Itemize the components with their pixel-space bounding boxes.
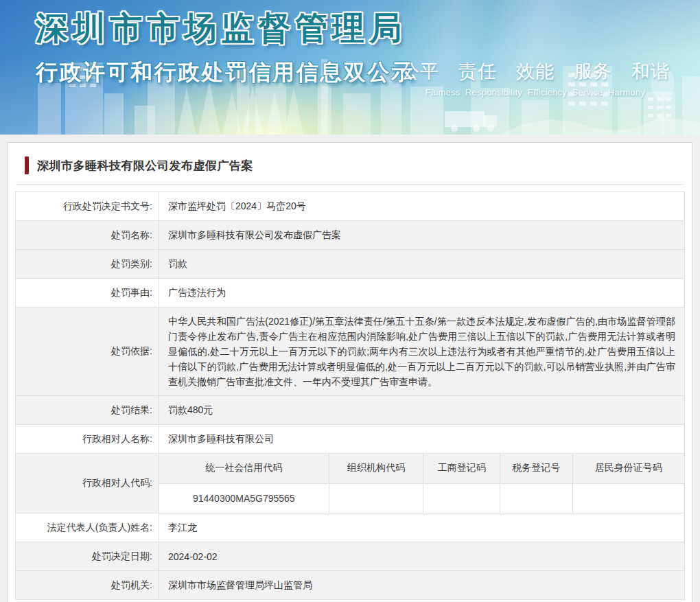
- row-label: 处罚决定日期:: [16, 542, 159, 571]
- codes-value: [423, 483, 500, 513]
- table-row: 行政相对人名称: 深圳市多睡科技有限公司: [16, 425, 685, 454]
- slogan-chinese: 公平 责任 效能 服务 和谐: [401, 59, 670, 84]
- table-row: 法定代表人(负责人)姓名: 李江龙: [16, 513, 685, 542]
- codes-col-header: 税务登记号: [500, 454, 572, 483]
- content-panel: 深圳市多睡科技有限公司发布虚假广告案 行政处罚决定书文号: 深市监坪处罚〔202…: [8, 142, 692, 602]
- table-row: 处罚名称: 深圳市多睡科技有限公司发布虚假广告案: [16, 221, 685, 250]
- row-value: 罚款: [159, 250, 685, 279]
- table-row: 处罚事由: 广告违法行为: [16, 279, 685, 308]
- table-row: 处罚决定日期: 2024-02-02: [16, 542, 685, 571]
- codes-header-row: 统一社会信用代码 组织机构代码 工商登记码 税务登记号 居民身份证号码: [159, 454, 684, 483]
- codes-value: [329, 483, 423, 513]
- penalty-info-table: 行政处罚决定书文号: 深市监坪处罚〔2024〕马峦20号 处罚名称: 深圳市多睡…: [15, 192, 685, 600]
- row-value: 李江龙: [159, 513, 685, 542]
- codes-value: [572, 483, 684, 513]
- row-value: 深圳市多睡科技有限公司: [159, 425, 685, 454]
- banner-slogan: 公平 责任 效能 服务 和谐 Faimess Responsibility Ef…: [401, 59, 670, 97]
- row-value: 2024-02-02: [159, 542, 685, 571]
- row-label: 处罚机关:: [16, 571, 159, 600]
- agency-title: 深圳市市场监督管理局: [36, 7, 406, 50]
- codes-col-header: 组织机构代码: [329, 454, 423, 483]
- codes-col-header: 统一社会信用代码: [159, 454, 329, 483]
- row-value: 中华人民共和国广告法(2021修正)/第五章法律责任/第五十五条/第一款违反本法…: [159, 308, 685, 396]
- codes-col-header: 居民身份证号码: [572, 454, 684, 483]
- table-row-codes: 行政相对人代码: 统一社会信用代码 组织机构代码 工商登记码 税务登记号: [16, 454, 685, 513]
- row-label: 处罚名称:: [16, 221, 159, 250]
- title-accent-bar: [25, 157, 29, 174]
- row-label: 处罚依据:: [16, 308, 159, 396]
- row-value: 深市监坪处罚〔2024〕马峦20号: [159, 192, 685, 221]
- row-label: 法定代表人(负责人)姓名:: [16, 513, 159, 542]
- codes-col-header: 工商登记码: [423, 454, 500, 483]
- codes-value: [500, 483, 572, 513]
- row-label: 处罚事由:: [16, 279, 159, 308]
- site-banner: 深圳市市场监督管理局 行政许可和行政处罚信用信息双公示 公平 责任 效能 服务 …: [0, 0, 700, 135]
- table-row: 处罚机关: 深圳市市场监督管理局坪山监管局: [16, 571, 685, 600]
- codes-cell: 统一社会信用代码 组织机构代码 工商登记码 税务登记号 居民身份证号码 9144…: [159, 454, 685, 513]
- row-label: 处罚类别:: [16, 250, 159, 279]
- row-label: 行政相对人代码:: [16, 454, 159, 513]
- table-row: 处罚结果: 罚款480元: [16, 396, 685, 425]
- slogan-english: Faimess Responsibility Efficiency Servic…: [401, 87, 670, 97]
- page-title: 深圳市多睡科技有限公司发布虚假广告案: [37, 158, 253, 174]
- banner-subtitle: 行政许可和行政处罚信用信息双公示: [36, 58, 415, 88]
- row-value: 深圳市市场监督管理局坪山监管局: [159, 571, 685, 600]
- codes-value: 91440300MA5G795565: [159, 483, 329, 513]
- codes-table: 统一社会信用代码 组织机构代码 工商登记码 税务登记号 居民身份证号码 9144…: [159, 454, 684, 513]
- table-row: 行政处罚决定书文号: 深市监坪处罚〔2024〕马峦20号: [16, 192, 685, 221]
- row-label: 处罚结果:: [16, 396, 159, 425]
- page-title-row: 深圳市多睡科技有限公司发布虚假广告案: [15, 156, 685, 175]
- table-row: 处罚类别: 罚款: [16, 250, 685, 279]
- row-label: 行政处罚决定书文号:: [16, 192, 159, 221]
- row-label: 行政相对人名称:: [16, 425, 159, 454]
- table-row-penalty-basis: 处罚依据: 中华人民共和国广告法(2021修正)/第五章法律责任/第五十五条/第…: [16, 308, 685, 396]
- row-value: 罚款480元: [159, 396, 685, 425]
- title-divider: [16, 184, 684, 185]
- row-value: 广告违法行为: [159, 279, 685, 308]
- row-value: 深圳市多睡科技有限公司发布虚假广告案: [159, 221, 685, 250]
- codes-value-row: 91440300MA5G795565: [159, 483, 684, 513]
